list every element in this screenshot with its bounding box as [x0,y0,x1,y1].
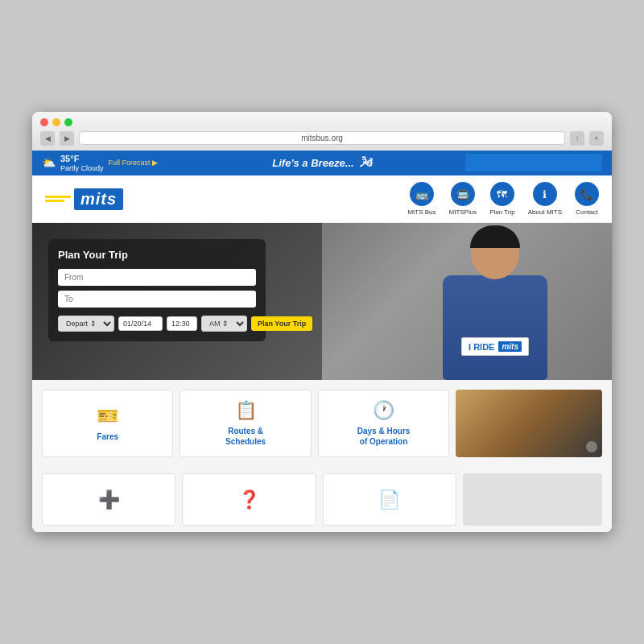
browser-window: ◀ ▶ mitsbus.org ↑ + ⛅ 35°F Partly Cloudy… [32,112,612,533]
to-input[interactable] [58,291,256,308]
url-bar[interactable]: mitsbus.org [79,131,565,145]
bottom-cards-row: ➕ ❓ 📄 [32,467,612,532]
weather-condition: Partly Cloudy [60,164,104,173]
i-ride-text: I RIDE [469,342,494,352]
browser-dots [40,118,604,126]
i-ride-logo: mits [498,341,522,352]
weather-text: 35°F Partly Cloudy [60,154,104,173]
ampm-select[interactable]: AM ⇕ [201,316,247,332]
routes-icon: 📋 [235,400,257,421]
close-button[interactable] [40,118,48,126]
person-hair [470,225,520,248]
weather-icon: ⛅ [42,156,56,169]
person-container: I RIDE mits [415,223,576,380]
banner-right [465,154,602,171]
hero-thumbnail [456,390,602,457]
quick-link-days-hours[interactable]: 🕐 Days & Hoursof Operation [318,390,449,457]
quick-link-routes-schedules[interactable]: 📋 Routes &Schedules [180,390,311,457]
hero-person-area: I RIDE mits [394,223,596,380]
nav-label-mits-bus: MITS Bus [407,208,436,216]
weather-bar: ⛅ 35°F Partly Cloudy Full Forecast ▶ Lif… [32,151,612,176]
site-header: mits 🚌 MITS Bus 🚍 MITSPlus 🗺 Plan Trip ℹ [32,175,612,223]
nav-about[interactable]: ℹ About MITS [528,182,562,216]
nav-label-contact: Contact [576,208,598,216]
share-button[interactable]: ↑ [570,131,584,146]
trip-planner-title: Plan Your Trip [58,249,256,261]
person-body [443,275,547,380]
website-content: ⛅ 35°F Partly Cloudy Full Forecast ▶ Lif… [32,151,612,533]
from-input[interactable] [58,269,256,286]
date-input[interactable] [118,316,163,331]
nav-label-mits-plus: MITSPlus [449,208,477,216]
fares-icon: 🎫 [97,406,118,427]
nav-contact[interactable]: 📞 Contact [575,182,599,216]
bus-plus-icon: 🚍 [451,182,475,206]
map-icon: 🗺 [490,182,514,206]
bottom-card-1[interactable]: ➕ [42,473,175,526]
depart-select[interactable]: Depart ⇕ [58,316,114,332]
bottom-card-3-icon: 📄 [378,489,400,510]
bottom-card-1-icon: ➕ [98,489,120,510]
trip-controls: Depart ⇕ AM ⇕ Plan Your Trip [58,316,256,332]
bottom-card-3[interactable]: 📄 [323,473,456,526]
fares-label: Fares [97,431,118,442]
phone-icon: 📞 [575,182,599,206]
minimize-button[interactable] [52,118,60,126]
banner-text: Life's a Breeze... 🌬 [185,155,459,170]
nav-menu: 🚌 MITS Bus 🚍 MITSPlus 🗺 Plan Trip ℹ Abou… [407,182,599,216]
nav-mits-plus[interactable]: 🚍 MITSPlus [449,182,477,216]
i-ride-sign: I RIDE mits [461,337,529,356]
new-tab-button[interactable]: + [589,131,604,146]
routes-schedules-label: Routes &Schedules [225,426,266,447]
bottom-right-area [463,473,602,526]
nav-plan-trip[interactable]: 🗺 Plan Trip [489,182,515,216]
days-hours-label: Days & Hoursof Operation [357,426,411,447]
logo-text: mits [74,188,123,210]
hours-icon: 🕐 [373,400,394,421]
quick-links-section: 🎫 Fares 📋 Routes &Schedules 🕐 Days & Hou… [32,380,612,467]
nav-label-plan-trip: Plan Trip [489,208,515,216]
temperature: 35°F [60,154,104,164]
forecast-link[interactable]: Full Forecast ▶ [109,159,159,167]
thumbnail-icon [586,441,597,452]
windmill-icon: 🌬 [359,155,372,170]
logo-area: mits [45,188,407,210]
hero-section: Plan Your Trip Depart ⇕ AM ⇕ Plan Your T… [32,223,612,380]
nav-label-about: About MITS [528,208,562,216]
browser-chrome: ◀ ▶ mitsbus.org ↑ + [32,112,612,151]
browser-toolbar: ◀ ▶ mitsbus.org ↑ + [40,131,604,151]
forward-button[interactable]: ▶ [60,131,74,146]
quick-link-fares[interactable]: 🎫 Fares [42,390,173,457]
bottom-card-2[interactable]: ❓ [182,473,316,526]
trip-planner: Plan Your Trip Depart ⇕ AM ⇕ Plan Your T… [48,239,266,341]
bus-icon: 🚌 [410,182,434,206]
info-icon: ℹ [533,182,557,206]
back-button[interactable]: ◀ [40,131,55,146]
weather-info: ⛅ 35°F Partly Cloudy Full Forecast ▶ [42,154,179,173]
maximize-button[interactable] [64,118,72,126]
time-input[interactable] [167,316,197,331]
bottom-card-2-icon: ❓ [238,489,260,510]
nav-mits-bus[interactable]: 🚌 MITS Bus [407,182,436,216]
plan-trip-button[interactable]: Plan Your Trip [251,316,312,331]
